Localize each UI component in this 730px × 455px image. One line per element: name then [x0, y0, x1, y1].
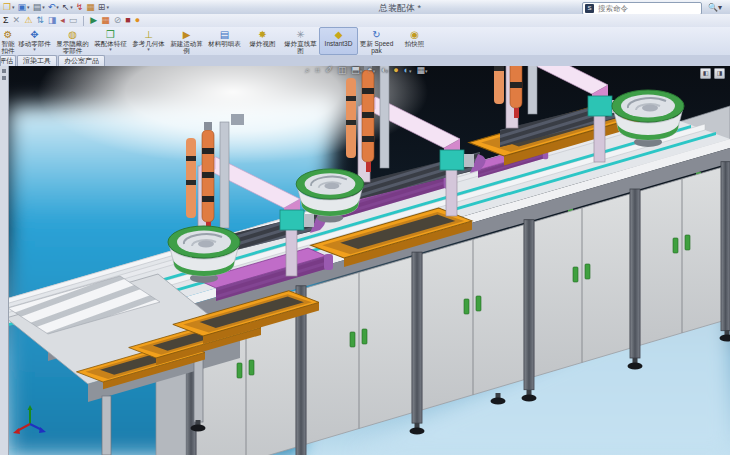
scene-illumination-icon[interactable]: ●: [135, 15, 140, 26]
view-settings-icon[interactable]: ▦▾: [417, 64, 428, 77]
clearance-verification-icon[interactable]: ◨: [48, 15, 57, 26]
taskpane-expand-icon[interactable]: ◨: [714, 68, 725, 79]
search-input[interactable]: [596, 3, 701, 14]
smart-fasteners-button[interactable]: ⚙ 智能扣件: [0, 27, 16, 55]
move-component-button[interactable]: ✥ 移动零部件 ▾: [15, 27, 54, 55]
reference-geometry-button[interactable]: ⊥ 参考几何体 ▾: [129, 27, 168, 55]
preview-window-icon[interactable]: ▶: [90, 15, 97, 26]
tab-office-products[interactable]: 办公室产品: [58, 55, 105, 66]
assembly-features-button[interactable]: ❒ 装配体特征 ▾: [91, 27, 130, 55]
rebuild-icon: ↯: [76, 2, 84, 12]
no-render-icon[interactable]: ⊘: [114, 15, 122, 26]
command-manager: ⚙ 智能扣件 ✥ 移动零部件 ▾ ◍ 显示隐藏的零部件 ❒ 装配体特征 ▾ ⊥ …: [0, 27, 730, 56]
instant3d-button[interactable]: ◆ Instant3D: [319, 27, 358, 55]
exploded-view-icon: ✸: [258, 29, 266, 40]
show-hidden-components-icon: ◍: [68, 29, 77, 40]
update-speedpak-icon: ↻: [372, 29, 380, 40]
rebuild-button[interactable]: ↯: [75, 1, 85, 13]
bill-of-materials-icon: ▤: [220, 29, 229, 40]
save-button[interactable]: ▣▾: [17, 1, 31, 13]
measure-icon[interactable]: ✕: [13, 15, 21, 26]
mass-properties-icon[interactable]: ⚠: [24, 15, 32, 26]
feature-manager-collapsed[interactable]: [0, 66, 9, 455]
equations-icon[interactable]: Σ: [3, 15, 9, 26]
search-scope-icon[interactable]: S: [585, 4, 594, 13]
file-properties-button[interactable]: ▦: [85, 1, 96, 13]
select-icon: ↖: [62, 2, 70, 12]
quick-access-toolbar: ❐▾ ▣▾ ▤▾ ↶▾ ↖▾ ↯ ▦ ⊞▾: [2, 1, 110, 13]
command-search[interactable]: S: [582, 2, 702, 15]
undo-button[interactable]: ↶▾: [47, 1, 60, 13]
view-orientation-icon[interactable]: ⬒▾: [351, 64, 362, 77]
graphics-viewport[interactable]: ⌕ ⌗ ✐ ◫ ⬒▾ ◓▾ ◖▾ ● ◐▾ ▦▾ ◧ ◨: [0, 66, 730, 455]
zoom-to-area-icon[interactable]: ⌗: [315, 64, 320, 76]
final-render-icon[interactable]: ▦: [101, 15, 110, 26]
apply-scene-icon[interactable]: ◐▾: [404, 64, 412, 77]
explode-line-sketch-icon: ✳: [296, 29, 304, 40]
instant3d-icon: ◆: [335, 29, 343, 40]
taskpane-buttons: ◧ ◨: [700, 68, 725, 79]
open-button[interactable]: ❐▾: [2, 1, 16, 13]
move-component-icon: ✥: [30, 29, 38, 40]
options-button[interactable]: ⊞▾: [97, 1, 110, 13]
tools-toolbar: Σ ✕ ⚠ ⇅ ◨ ◂ ▭ ▶ ▦ ⊘ ■ ●: [0, 14, 730, 28]
appearances-icon[interactable]: ◂: [60, 15, 65, 26]
title-bar: ❐▾ ▣▾ ▤▾ ↶▾ ↖▾ ↯ ▦ ⊞▾ 总装配体 * S 🔍▾: [0, 0, 730, 15]
taskpane-toggle-icon[interactable]: ◧: [700, 68, 711, 79]
options-icon: ⊞: [98, 2, 106, 12]
heads-up-toolbar: ⌕ ⌗ ✐ ◫ ⬒▾ ◓▾ ◖▾ ● ◐▾ ▦▾: [305, 62, 428, 78]
assembly-features-icon: ❒: [106, 29, 115, 40]
explode-line-sketch-button[interactable]: ✳ 爆炸直线草图: [281, 27, 320, 55]
edit-appearance-icon[interactable]: ●: [393, 64, 398, 76]
tab-render-tools[interactable]: 渲染工具: [17, 55, 57, 66]
tab-evaluate[interactable]: 评估: [0, 55, 16, 66]
undo-icon: ↶: [48, 2, 56, 12]
file-properties-icon: ▦: [86, 2, 95, 12]
smart-fasteners-icon: ⚙: [4, 29, 13, 40]
reference-geometry-icon: ⊥: [144, 29, 153, 40]
section-view-icon[interactable]: ◫: [338, 64, 347, 76]
print-button[interactable]: ▤▾: [32, 1, 46, 13]
hide-show-items-icon[interactable]: ◖▾: [380, 64, 388, 77]
print-icon: ▤: [33, 2, 42, 12]
toolbar-separator: [83, 16, 84, 26]
display-style-icon[interactable]: ◓▾: [367, 64, 375, 77]
open-icon: ❐: [3, 2, 11, 12]
show-hidden-components-button[interactable]: ◍ 显示隐藏的零部件: [53, 27, 92, 55]
zoom-to-fit-icon[interactable]: ⌕: [305, 64, 310, 76]
exploded-view-button[interactable]: ✸ 爆炸视图: [243, 27, 282, 55]
interference-detection-icon[interactable]: ⇅: [36, 15, 44, 26]
take-snapshot-icon: ◉: [410, 29, 419, 40]
update-speedpak-button[interactable]: ↻ 更新 Speedpak: [357, 27, 396, 55]
assembly-3d-model[interactable]: [8, 66, 730, 455]
new-motion-study-button[interactable]: ▶ 新建运动算例: [167, 27, 206, 55]
take-snapshot-button[interactable]: ◉ 拍快照: [395, 27, 434, 55]
select-button[interactable]: ↖▾: [61, 1, 74, 13]
save-icon: ▣: [18, 2, 27, 12]
bill-of-materials-button[interactable]: ▤ 材料明细表: [205, 27, 244, 55]
search-submit-button[interactable]: 🔍▾: [704, 2, 726, 13]
previous-view-icon[interactable]: ✐: [325, 64, 333, 76]
new-motion-study-icon: ▶: [183, 29, 191, 40]
render-region-icon[interactable]: ■: [125, 15, 130, 26]
display-states-icon[interactable]: ▭: [69, 15, 78, 26]
